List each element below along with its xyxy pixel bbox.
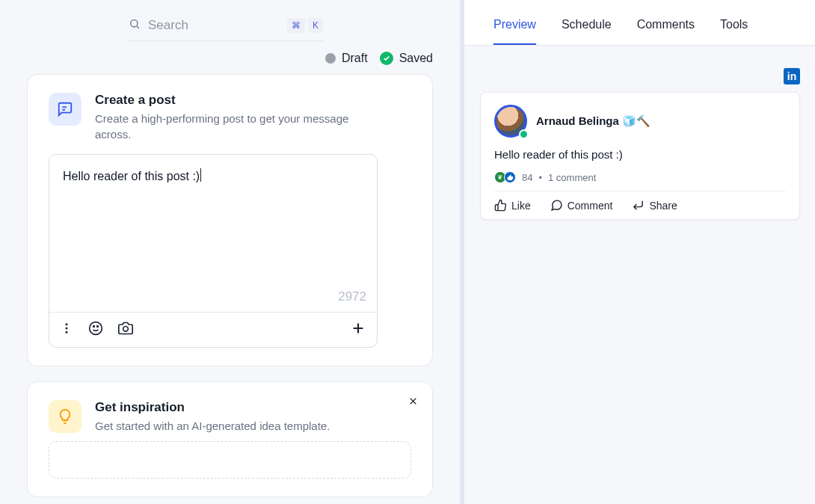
svg-point-10	[123, 327, 129, 332]
draft-status: Draft	[325, 52, 368, 65]
post-editor[interactable]: Hello reader of this post :) 2972	[49, 154, 378, 348]
share-button[interactable]: Share	[632, 199, 677, 212]
linkedin-preview-card: Arnaud Belinga 🧊🔨 Hello reader of this p…	[480, 92, 800, 220]
network-badge: in	[480, 68, 800, 84]
svg-point-0	[131, 20, 138, 27]
template-dropzone[interactable]	[49, 441, 411, 479]
inspiration-title: Get inspiration	[95, 400, 330, 415]
search-shortcut: ⌘ K	[287, 18, 323, 33]
lightbulb-icon	[49, 400, 82, 433]
author-name: Arnaud Belinga 🧊🔨	[536, 114, 651, 128]
search-placeholder: Search	[148, 18, 280, 33]
close-icon[interactable]	[408, 396, 419, 410]
inspiration-subtitle: Get started with an AI-generated idea te…	[95, 418, 330, 434]
tab-comments[interactable]: Comments	[637, 18, 695, 45]
compose-icon	[49, 93, 82, 126]
add-button[interactable]	[350, 320, 366, 339]
svg-point-4	[66, 323, 68, 325]
tab-tools[interactable]: Tools	[720, 18, 748, 45]
svg-line-1	[137, 26, 139, 28]
tab-preview[interactable]: Preview	[493, 18, 536, 45]
global-search[interactable]: Search ⌘ K	[129, 13, 323, 41]
inspiration-card: Get inspiration Get started with an AI-g…	[27, 381, 433, 497]
dot-icon	[325, 53, 336, 64]
svg-point-7	[90, 322, 102, 335]
emoji-button[interactable]	[88, 321, 103, 339]
preview-tabs: Preview Schedule Comments Tools	[461, 0, 815, 46]
compose-title: Create a post	[95, 93, 364, 108]
comment-button[interactable]: Comment	[550, 199, 613, 212]
preview-stats: ❦ 84 • 1 comment	[494, 171, 786, 191]
char-count: 2972	[338, 289, 366, 304]
preview-body: Hello reader of this post :)	[494, 148, 786, 161]
check-icon	[380, 52, 393, 65]
presence-dot-icon	[519, 129, 529, 139]
image-button[interactable]	[118, 321, 133, 339]
avatar	[494, 105, 527, 138]
more-options-button[interactable]	[60, 322, 73, 338]
like-button[interactable]: Like	[494, 199, 531, 212]
status-row: Draft Saved	[27, 52, 433, 65]
tab-schedule[interactable]: Schedule	[562, 18, 612, 45]
compose-subtitle: Create a high-performing post to get you…	[95, 111, 364, 142]
saved-status: Saved	[380, 52, 433, 65]
reactions-icons: ❦	[494, 171, 516, 183]
search-icon	[129, 18, 141, 33]
svg-point-9	[97, 326, 99, 328]
linkedin-icon: in	[784, 68, 800, 84]
svg-point-6	[66, 331, 68, 334]
svg-point-8	[93, 326, 95, 328]
post-textarea[interactable]: Hello reader of this post :) 2972	[49, 155, 377, 312]
svg-point-5	[66, 328, 68, 330]
compose-card: Create a post Create a high-performing p…	[27, 74, 433, 366]
